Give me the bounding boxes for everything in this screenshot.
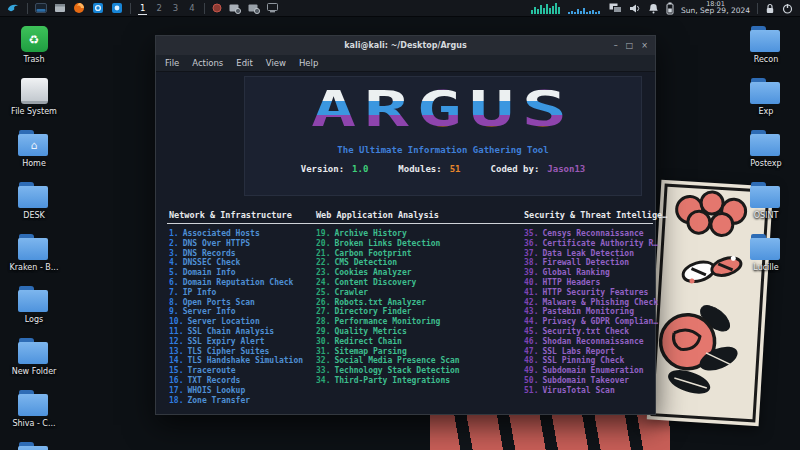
network-icon[interactable] <box>609 1 622 16</box>
module-label: Traceroute <box>187 366 235 375</box>
icon-emblem <box>18 392 51 416</box>
volume-icon[interactable] <box>629 1 641 16</box>
desktop-icon[interactable]: Lucille <box>738 234 794 272</box>
clock[interactable]: 18:01 Sun, Sep 29, 2024 <box>681 1 750 16</box>
browser-launcher-icon[interactable] <box>73 1 85 16</box>
module-label: Social Media Presence Scan <box>334 356 459 365</box>
menu-item[interactable]: Edit <box>236 58 252 68</box>
desktop-icon[interactable]: File System <box>6 78 62 116</box>
kali-menu-icon[interactable] <box>7 1 20 16</box>
wallpaper-rays <box>430 413 670 450</box>
module-number: 17. <box>169 386 183 395</box>
module-number: 12. <box>169 337 183 346</box>
desktop-icon[interactable]: Shiva - C... <box>6 390 62 428</box>
window-titlebar[interactable]: kali@kali: ~/Desktop/Argus –□× <box>156 36 655 55</box>
module-number: 47. <box>524 347 538 356</box>
maximize-button[interactable]: □ <box>626 42 634 50</box>
module-label: Performance Monitoring <box>334 317 440 326</box>
desktop-icon[interactable]: ♻ Trash <box>6 26 62 64</box>
close-button[interactable]: × <box>641 42 648 50</box>
window-menubar: FileActionsEditViewHelp <box>156 55 655 72</box>
desktop-icon[interactable]: OSINT <box>738 182 794 220</box>
notifications-bell-icon[interactable] <box>648 1 659 16</box>
window-settings-icon-1[interactable] <box>229 1 241 16</box>
desktop-icon-label: Lucille <box>738 263 794 272</box>
minimize-button[interactable]: – <box>614 42 618 50</box>
module-item: 48.SSL Pinning Check <box>524 356 658 366</box>
module-item: 32.Social Media Presence Scan <box>316 356 460 366</box>
module-number: 35. <box>524 229 538 238</box>
module-number: 30. <box>316 337 330 346</box>
module-number: 6. <box>169 278 179 287</box>
record-dot-icon[interactable] <box>212 1 222 16</box>
module-label: Privacy & GDPR Complian… <box>542 317 658 326</box>
desktop-icon-glyph <box>18 338 51 364</box>
app-blue-icon-1[interactable] <box>92 1 104 16</box>
module-label: TLS Handshake Simulation <box>187 356 303 365</box>
menu-item[interactable]: Help <box>299 58 318 68</box>
module-item: 30.Redirect Chain <box>316 337 460 347</box>
app-blue-icon-2[interactable] <box>111 1 123 16</box>
module-item: 51.VirusTotal Scan <box>524 386 658 396</box>
desktop-icon-glyph: ♻ <box>21 26 48 52</box>
desktop-icon[interactable]: Argus <box>6 442 62 450</box>
cpu-graph-icon[interactable] <box>531 1 561 16</box>
tagline: The Ultimate Information Gathering Tool <box>337 145 548 155</box>
desktop-icon[interactable]: ⌂ Home <box>6 130 62 168</box>
window-settings-icon-2[interactable] <box>248 1 260 16</box>
panel-separator <box>757 3 758 14</box>
desktop-icon-label: Shiva - C... <box>6 419 62 428</box>
menu-item[interactable]: Actions <box>192 58 223 68</box>
module-label: Quality Metrics <box>334 327 406 336</box>
module-number: 10. <box>169 317 183 326</box>
module-number: 37. <box>524 249 538 258</box>
display-icon[interactable] <box>267 1 278 16</box>
battery-icon[interactable] <box>666 1 674 16</box>
module-item: 47.SSL Labs Report <box>524 347 658 357</box>
desktop-icon[interactable]: DESK <box>6 182 62 220</box>
module-item: 27.Directory Finder <box>316 307 460 317</box>
menu-item[interactable]: View <box>266 58 286 68</box>
terminal-body[interactable]: ARGUS The Ultimate Information Gathering… <box>156 72 655 414</box>
terminal-launcher-icon[interactable] <box>35 1 47 16</box>
module-number: 11. <box>169 327 183 336</box>
desktop-icon[interactable]: Logs <box>6 286 62 324</box>
module-label: Data Leak Detection <box>542 249 634 258</box>
workspace-button[interactable]: 3 <box>171 2 180 14</box>
clock-date: Sun, Sep 29, 2024 <box>681 7 750 15</box>
module-item: 4.DNSSEC Check <box>169 258 303 268</box>
module-item: 43.Pastebin Monitoring <box>524 307 658 317</box>
module-number: 18. <box>169 396 183 405</box>
workspace-button[interactable]: 2 <box>154 2 163 14</box>
desktop: { "taskbar": { "workspaces": [ { "label"… <box>0 0 800 450</box>
file-manager-launcher-icon[interactable] <box>54 1 66 16</box>
desktop-icon[interactable]: Exp <box>738 78 794 116</box>
module-label: Sitemap Parsing <box>334 347 406 356</box>
window-title: kali@kali: ~/Desktop/Argus <box>344 41 466 50</box>
desktop-icon[interactable]: Kraken - B... <box>6 234 62 272</box>
desktop-icon[interactable]: New Folder <box>6 338 62 376</box>
desktop-icon[interactable]: Recon <box>738 26 794 64</box>
lock-icon[interactable] <box>765 1 775 16</box>
workspace-button[interactable]: 4 <box>187 2 196 14</box>
net-graph-icon[interactable] <box>568 1 602 16</box>
module-label: WHOIS Lookup <box>187 386 245 395</box>
icon-emblem <box>18 288 51 312</box>
module-number: 21. <box>316 249 330 258</box>
menu-item[interactable]: File <box>165 58 179 68</box>
module-item: 44.Privacy & GDPR Complian… <box>524 317 658 327</box>
module-label: Firewall Detection <box>542 258 629 267</box>
module-number: 3. <box>169 249 179 258</box>
module-item: 38.Firewall Detection <box>524 258 658 268</box>
module-label: Crawler <box>334 288 368 297</box>
desktop-icon-glyph <box>750 130 783 156</box>
module-label: TLS Cipher Suites <box>187 347 269 356</box>
workspace-button[interactable]: 1 <box>138 2 147 15</box>
module-item: 14.TLS Handshake Simulation <box>169 356 303 366</box>
power-icon[interactable] <box>782 1 793 16</box>
desktop-icon[interactable]: Postexp <box>738 130 794 168</box>
icon-emblem: ♻ <box>21 28 48 52</box>
module-number: 22. <box>316 258 330 267</box>
version-line: Version: 1.0 Modules: 51 Coded by: Jason… <box>301 164 586 174</box>
icon-emblem <box>750 184 783 208</box>
